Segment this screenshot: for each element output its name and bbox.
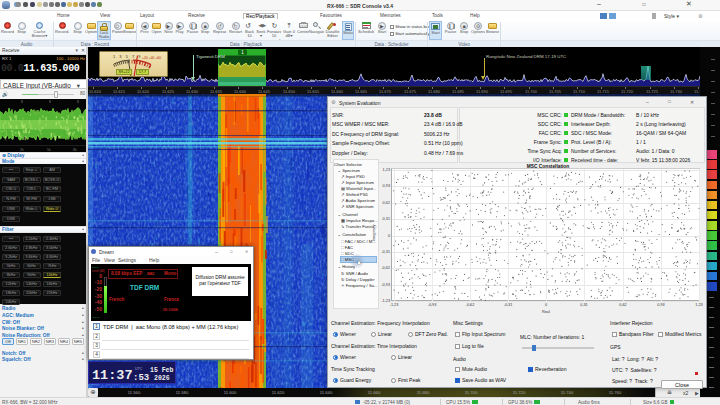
svg-text:5k: 5k [47, 148, 51, 152]
svg-text:2k: 2k [20, 148, 24, 152]
svg-text:+20 +40 +60: +20 +40 +60 [142, 56, 161, 60]
svg-text:8k: 8k [73, 148, 77, 152]
